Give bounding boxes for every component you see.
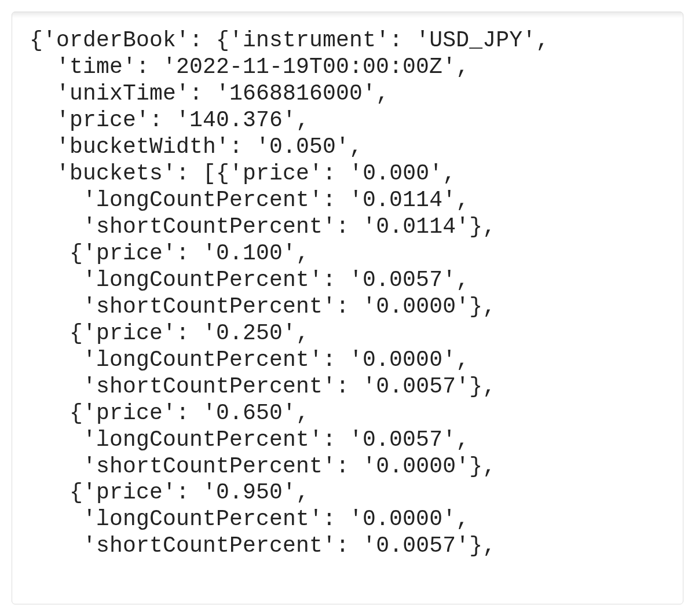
key-b0-short: shortCountPercent <box>96 214 323 239</box>
code-output: {'orderBook': {'instrument': 'USD_JPY', … <box>30 27 665 559</box>
key-instrument: instrument <box>243 28 376 53</box>
key-b1-short: shortCountPercent <box>96 294 323 319</box>
key-b2-long: longCountPercent <box>96 347 309 372</box>
val-b1-long: 0.0057 <box>363 267 442 292</box>
key-price: price <box>70 108 136 133</box>
val-bucketWidth: 0.050 <box>269 134 336 159</box>
val-unixTime: 1668816000 <box>229 81 363 106</box>
val-b3-price: 0.650 <box>216 401 283 426</box>
val-b4-long: 0.0000 <box>363 507 442 531</box>
val-time: 2022-11-19T00:00:00Z <box>176 54 442 79</box>
key-b3-short: shortCountPercent <box>96 454 323 479</box>
val-b4-short: 0.0057 <box>376 533 456 558</box>
val-instrument: USD_JPY <box>429 28 522 53</box>
key-buckets: buckets <box>70 161 163 186</box>
key-b4-long: longCountPercent <box>96 507 309 531</box>
key-b4-short: shortCountPercent <box>96 533 323 558</box>
val-b2-long: 0.0000 <box>363 347 442 372</box>
val-b0-price: 0.000 <box>363 161 429 186</box>
key-orderBook: orderBook <box>56 28 176 53</box>
key-b4-price: price <box>96 480 163 505</box>
val-b3-long: 0.0057 <box>363 427 442 452</box>
key-b2-price: price <box>96 321 163 346</box>
key-b2-short: shortCountPercent <box>96 374 323 399</box>
key-unixTime: unixTime <box>70 81 176 106</box>
key-b1-price: price <box>96 241 163 266</box>
val-b3-short: 0.0000 <box>376 454 456 479</box>
key-b3-long: longCountPercent <box>96 427 309 452</box>
val-b0-short: 0.0114 <box>376 214 456 239</box>
val-b2-price: 0.250 <box>216 321 283 346</box>
val-b0-long: 0.0114 <box>363 188 442 212</box>
val-b1-price: 0.100 <box>216 241 283 266</box>
val-b2-short: 0.0057 <box>376 374 456 399</box>
key-b0-price: price <box>243 161 309 186</box>
code-output-panel: {'orderBook': {'instrument': 'USD_JPY', … <box>12 12 683 604</box>
key-time: time <box>70 54 123 79</box>
key-b3-price: price <box>96 401 163 426</box>
key-bucketWidth: bucketWidth <box>70 134 216 159</box>
key-b0-long: longCountPercent <box>96 188 309 212</box>
val-b1-short: 0.0000 <box>376 294 456 319</box>
val-price: 140.376 <box>189 108 283 133</box>
key-b1-long: longCountPercent <box>96 267 309 292</box>
val-b4-price: 0.950 <box>216 480 283 505</box>
